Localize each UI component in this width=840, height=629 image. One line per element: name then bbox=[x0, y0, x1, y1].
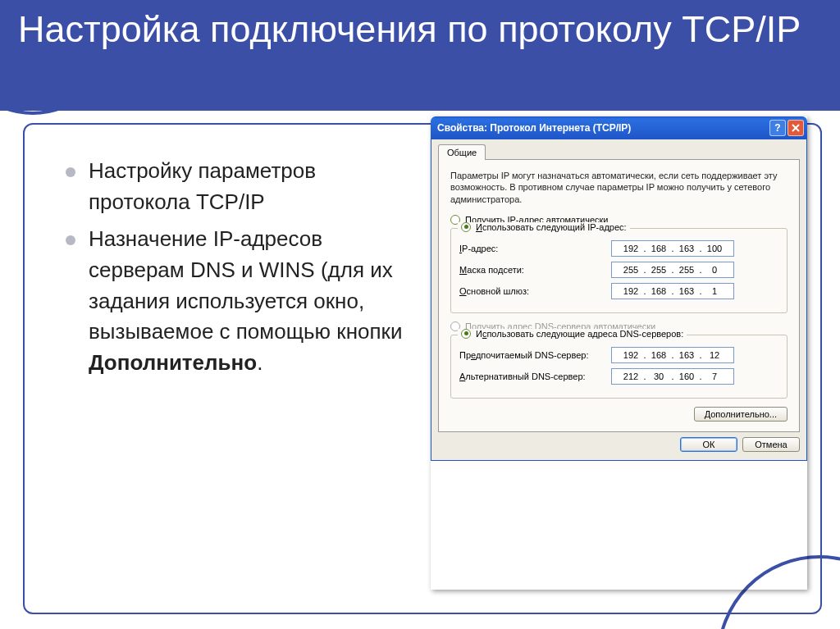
tab-strip: Общие bbox=[438, 144, 800, 160]
help-button[interactable]: ? bbox=[769, 120, 786, 136]
radio-manual-ip[interactable]: Использовать следующий IP-адрес: bbox=[458, 222, 630, 232]
ok-button[interactable]: ОК bbox=[680, 437, 737, 452]
close-button[interactable] bbox=[788, 120, 804, 136]
dialog-button-row: ОК Отмена bbox=[438, 437, 800, 452]
field-dns2: Альтернативный DNS-сервер: 212. 30. 160.… bbox=[459, 368, 778, 385]
properties-dialog: Свойства: Протокол Интернета (TCP/IP) ? … bbox=[431, 116, 807, 590]
dialog-body: Общие Параметры IP могут назначаться авт… bbox=[431, 139, 807, 461]
tab-page-general: Параметры IP могут назначаться автоматич… bbox=[438, 159, 800, 432]
cancel-button[interactable]: Отмена bbox=[742, 437, 800, 452]
advanced-button[interactable]: Дополнительно... bbox=[694, 407, 788, 422]
bullet-end: . bbox=[257, 350, 262, 375]
advanced-row: Дополнительно... bbox=[450, 407, 788, 422]
bullet-item: Назначение IP-адресов серверам DNS и WIN… bbox=[66, 224, 422, 378]
slide-title: Настройка подключения по протоколу TCP/I… bbox=[0, 0, 840, 111]
group-manual-ip: Использовать следующий IP-адрес: IP-адре… bbox=[450, 228, 788, 313]
label-dns1: Предпочитаемый DNS-сервер: bbox=[459, 350, 611, 360]
input-mask[interactable]: 255. 255. 255. 0 bbox=[611, 262, 734, 278]
bullet-item: Настройку параметров протокола TCP/IP bbox=[66, 156, 422, 217]
field-dns1: Предпочитаемый DNS-сервер: 192. 168. 163… bbox=[459, 347, 778, 363]
bullet-text: Назначение IP-адресов серверам DNS и WIN… bbox=[89, 226, 403, 344]
label-dns2: Альтернативный DNS-сервер: bbox=[459, 371, 611, 381]
group-manual-dns: Использовать следующие адреса DNS-сервер… bbox=[450, 335, 788, 399]
label-gateway: Основной шлюз: bbox=[459, 286, 611, 296]
slide-body: Настройку параметров протокола TCP/IP На… bbox=[33, 131, 807, 604]
dialog-titlebar[interactable]: Свойства: Протокол Интернета (TCP/IP) ? bbox=[431, 116, 807, 139]
input-dns1[interactable]: 192. 168. 163. 12 bbox=[611, 347, 734, 363]
field-ip: IP-адрес: 192. 168. 163. 100 bbox=[459, 240, 778, 257]
label-ip: IP-адрес: bbox=[459, 244, 611, 253]
field-mask: Маска подсети: 255. 255. 255. 0 bbox=[459, 262, 778, 278]
radio-icon bbox=[461, 222, 471, 232]
description-text: Параметры IP могут назначаться автоматич… bbox=[450, 170, 788, 205]
radio-label: Использовать следующий IP-адрес: bbox=[476, 222, 627, 232]
tab-general[interactable]: Общие bbox=[438, 144, 486, 160]
bullet-text: Настройку параметров протокола TCP/IP bbox=[89, 158, 316, 214]
input-gateway[interactable]: 192. 168. 163. 1 bbox=[611, 283, 734, 299]
radio-manual-dns[interactable]: Использовать следующие адреса DNS-сервер… bbox=[458, 329, 687, 339]
close-icon bbox=[792, 124, 800, 132]
field-gateway: Основной шлюз: 192. 168. 163. 1 bbox=[459, 283, 778, 299]
dialog-title: Свойства: Протокол Интернета (TCP/IP) bbox=[437, 122, 768, 134]
input-dns2[interactable]: 212. 30. 160. 7 bbox=[611, 368, 734, 385]
radio-icon bbox=[461, 329, 471, 339]
label-mask: Маска подсети: bbox=[459, 265, 611, 275]
input-ip[interactable]: 192. 168. 163. 100 bbox=[611, 240, 734, 257]
radio-label: Использовать следующие адреса DNS-сервер… bbox=[476, 329, 683, 339]
bullet-bold: Дополнительно bbox=[89, 350, 257, 375]
bullet-list: Настройку параметров протокола TCP/IP На… bbox=[33, 131, 422, 604]
presentation-slide: Настройка подключения по протоколу TCP/I… bbox=[0, 0, 840, 629]
